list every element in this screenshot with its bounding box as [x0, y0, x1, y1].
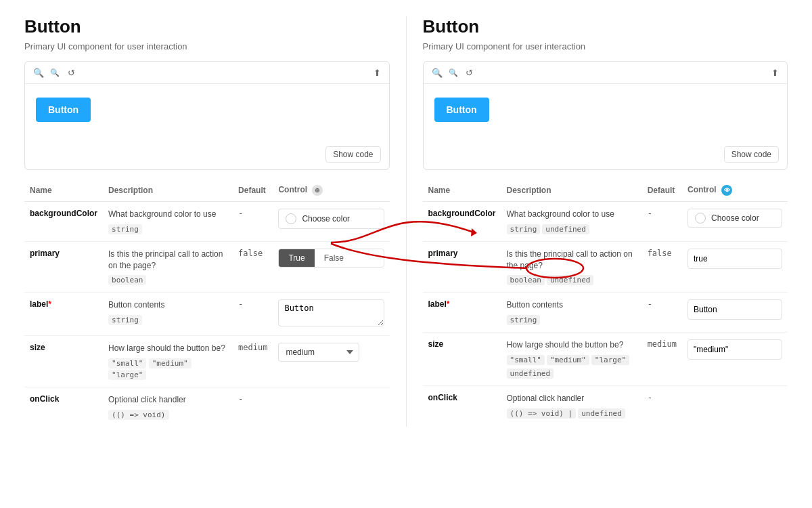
- table-row: onClickOptional click handler(() => void…: [423, 385, 788, 425]
- prop-description: How large should the button be?: [507, 339, 637, 351]
- right-zoom-in-icon[interactable]: 🔍: [432, 67, 443, 78]
- prop-control-cell[interactable]: [682, 293, 788, 333]
- prop-control-cell[interactable]: TrueFalse: [273, 241, 389, 293]
- filter-icon[interactable]: ⊕: [312, 185, 323, 196]
- right-share-icon[interactable]: ⬆: [771, 68, 779, 78]
- prop-type-badge: "medium": [149, 358, 191, 368]
- left-preview-content: Button: [25, 84, 389, 142]
- color-picker-control[interactable]: Choose color: [687, 209, 782, 228]
- left-th-name: Name: [24, 181, 103, 202]
- left-preview-toolbar: 🔍 🔍 ↺ ⬆: [25, 62, 389, 84]
- right-th-control: Control 👁: [682, 181, 788, 202]
- right-preview-toolbar: 🔍 🔍 ↺ ⬆: [424, 62, 788, 84]
- prop-default-cell: false: [233, 241, 273, 293]
- prop-default-cell: false: [642, 241, 682, 293]
- prop-name-cell: backgroundColor: [24, 202, 103, 242]
- right-th-name: Name: [423, 181, 501, 202]
- prop-type-badge: "small": [507, 355, 545, 365]
- panel-divider: [406, 16, 407, 427]
- right-show-code-row: Show code: [424, 142, 788, 169]
- prop-description: How large should the button be?: [108, 343, 227, 354]
- prop-name: label*: [30, 299, 51, 309]
- prop-default-cell: -: [642, 293, 682, 333]
- prop-name-cell: primary: [423, 241, 501, 293]
- prop-name: onClick: [428, 393, 457, 402]
- text-control[interactable]: [687, 339, 782, 360]
- left-panel: Button Primary UI component for user int…: [14, 16, 401, 427]
- prop-control-cell[interactable]: Choose color: [682, 202, 788, 242]
- table-row: sizeHow large should the button be?"smal…: [24, 336, 390, 387]
- prop-name: label*: [428, 299, 450, 309]
- prop-control-cell[interactable]: [682, 241, 788, 293]
- prop-control-cell[interactable]: [682, 333, 788, 386]
- right-preview-button[interactable]: Button: [434, 98, 489, 122]
- color-picker-control[interactable]: Choose color: [278, 209, 384, 229]
- toggle-option[interactable]: True: [279, 249, 314, 267]
- table-row: backgroundColorWhat background color to …: [24, 202, 390, 242]
- prop-control-cell[interactable]: [273, 387, 389, 427]
- left-subtitle: Primary UI component for user interactio…: [24, 41, 390, 51]
- prop-default-cell: -: [233, 387, 273, 427]
- prop-default-cell: medium: [642, 333, 682, 386]
- prop-types-row: (() => void) |undefined: [507, 407, 637, 419]
- right-th-default: Default: [642, 181, 682, 202]
- prop-default-cell: medium: [233, 336, 273, 387]
- prop-desc-cell: Button contentsstring: [501, 293, 642, 333]
- prop-type-badge: (() => void) |: [507, 408, 577, 419]
- prop-desc-cell: What background color to usestringundefi…: [501, 202, 642, 242]
- color-label: Choose color: [302, 214, 350, 224]
- select-control[interactable]: smallmediumlarge: [278, 343, 359, 362]
- table-row: primaryIs this the principal call to act…: [423, 241, 788, 293]
- prop-name: primary: [30, 249, 60, 258]
- prop-type-badge: "large": [591, 355, 629, 365]
- prop-control-cell[interactable]: [682, 385, 788, 425]
- table-row: primaryIs this the principal call to act…: [24, 241, 390, 293]
- toggle-control[interactable]: TrueFalse: [278, 249, 384, 268]
- prop-desc-cell: How large should the button be?"small""m…: [501, 333, 642, 386]
- zoom-in-icon[interactable]: 🔍: [33, 67, 44, 78]
- left-preview-box: 🔍 🔍 ↺ ⬆ Button Show code: [24, 61, 390, 170]
- zoom-out-icon[interactable]: 🔍: [49, 67, 60, 78]
- right-show-code-button[interactable]: Show code: [724, 146, 779, 163]
- prop-desc-cell: Optional click handler(() => void): [103, 387, 233, 427]
- toggle-option[interactable]: False: [315, 249, 353, 267]
- prop-name: onClick: [30, 394, 59, 404]
- left-show-code-button[interactable]: Show code: [325, 146, 380, 163]
- prop-name-cell: onClick: [24, 387, 103, 427]
- text-control[interactable]: [278, 299, 384, 326]
- prop-control-cell[interactable]: [273, 293, 389, 336]
- right-panel: Button Primary UI component for user int…: [412, 16, 799, 427]
- prop-name: size: [30, 343, 45, 352]
- prop-type-badge: "medium": [547, 355, 589, 365]
- prop-name-cell: size: [24, 336, 103, 387]
- prop-name: backgroundColor: [428, 209, 496, 218]
- prop-type-badge: (() => void): [108, 410, 168, 420]
- table-row: backgroundColorWhat background color to …: [423, 202, 788, 242]
- color-swatch: [695, 213, 706, 224]
- text-control[interactable]: [687, 299, 782, 320]
- prop-default-cell: -: [233, 293, 273, 336]
- prop-control-cell[interactable]: smallmediumlarge: [273, 336, 389, 387]
- prop-type-badge: "small": [108, 358, 146, 368]
- right-props-table: Name Description Default Control 👁 backg…: [423, 181, 788, 425]
- prop-type-badge: undefined: [542, 224, 589, 234]
- reset-icon[interactable]: ↺: [66, 67, 76, 78]
- prop-description: Button contents: [507, 299, 637, 311]
- right-filter-icon[interactable]: 👁: [721, 185, 732, 196]
- prop-control-cell[interactable]: Choose color: [273, 202, 389, 242]
- prop-description: Button contents: [108, 299, 227, 311]
- left-preview-button[interactable]: Button: [36, 98, 91, 122]
- table-row: onClickOptional click handler(() => void…: [24, 387, 390, 427]
- prop-type-badge: string: [108, 224, 142, 234]
- prop-types-row: "small""medium""large"undefined: [507, 354, 637, 379]
- prop-name-cell: onClick: [423, 385, 501, 425]
- table-row: sizeHow large should the button be?"smal…: [423, 333, 788, 386]
- share-icon[interactable]: ⬆: [374, 68, 381, 78]
- right-zoom-out-icon[interactable]: 🔍: [448, 67, 459, 78]
- right-reset-icon[interactable]: ↺: [464, 67, 475, 78]
- right-th-desc: Description: [501, 181, 642, 202]
- left-props-table: Name Description Default Control ⊕ backg…: [24, 181, 390, 427]
- prop-type-badge: string: [507, 315, 541, 325]
- right-title: Button: [423, 16, 788, 37]
- text-control[interactable]: [687, 249, 782, 269]
